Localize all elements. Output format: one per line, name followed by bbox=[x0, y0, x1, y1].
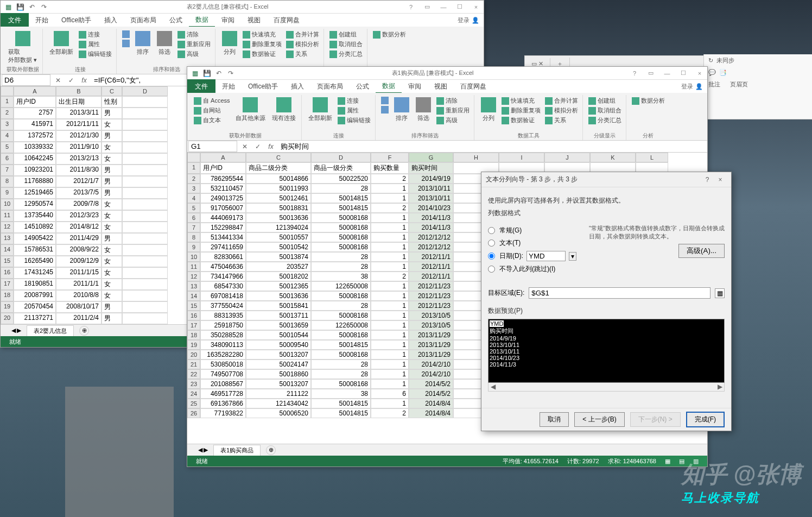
cell[interactable] bbox=[122, 267, 168, 279]
cell[interactable]: 2014/11/3 bbox=[409, 223, 453, 232]
cell[interactable]: 532110457 bbox=[200, 184, 246, 193]
row-header[interactable]: 6 bbox=[1, 153, 14, 165]
sort-button[interactable]: 排序 bbox=[392, 96, 411, 125]
cell[interactable]: 男 bbox=[101, 313, 122, 324]
cell[interactable]: 2008/9/22 bbox=[56, 244, 101, 256]
whatif-button[interactable]: 模拟分析 bbox=[285, 40, 320, 49]
row-header[interactable]: 24 bbox=[187, 389, 200, 399]
row-header[interactable]: 12 bbox=[187, 272, 200, 281]
cell[interactable]: 50022520 bbox=[311, 174, 371, 184]
cell[interactable]: 2012/1/7 bbox=[56, 176, 101, 187]
row-header[interactable]: 13 bbox=[187, 281, 200, 291]
cell[interactable]: 50008168 bbox=[311, 232, 371, 242]
minimize-button[interactable]: — bbox=[659, 68, 675, 79]
cell[interactable]: 2013/10/11 bbox=[409, 193, 453, 203]
flash-fill-button[interactable]: 快速填充 bbox=[242, 30, 283, 39]
row-header[interactable]: 12 bbox=[1, 222, 14, 233]
cell[interactable]: 2 bbox=[371, 203, 409, 213]
cell[interactable]: 女 bbox=[101, 279, 122, 290]
cell[interactable]: 14905422 bbox=[14, 233, 56, 244]
connections-button[interactable]: 连接 bbox=[337, 96, 372, 105]
col-header[interactable]: L bbox=[636, 153, 668, 162]
cell[interactable]: 21137271 bbox=[14, 313, 56, 324]
cell[interactable]: 男 bbox=[101, 165, 122, 176]
consolidate-button[interactable]: 合并计算 bbox=[544, 96, 579, 105]
cell[interactable]: 男 bbox=[101, 130, 122, 142]
cell[interactable]: 2014/5/2 bbox=[409, 379, 453, 389]
minimize-button[interactable]: — bbox=[436, 2, 451, 12]
cell[interactable]: 20570454 bbox=[14, 301, 56, 313]
cell[interactable]: 1 bbox=[371, 330, 409, 340]
cell[interactable]: 249013725 bbox=[200, 193, 246, 203]
cell[interactable] bbox=[122, 256, 168, 267]
cell[interactable]: 2010/8/8 bbox=[56, 290, 101, 301]
from-text-button[interactable]: 自文本 bbox=[193, 116, 231, 125]
cell[interactable]: 商品一级分类 bbox=[311, 162, 371, 174]
cell[interactable]: 734147966 bbox=[200, 272, 246, 281]
cell[interactable]: 2012/11/23 bbox=[409, 291, 453, 301]
row-header[interactable]: 18 bbox=[1, 290, 14, 301]
cell[interactable]: 122650008 bbox=[311, 320, 371, 330]
cell[interactable]: 18190851 bbox=[14, 279, 56, 290]
sheet-tab[interactable]: 表1购买商品 bbox=[213, 445, 261, 456]
cell[interactable]: 1 bbox=[371, 311, 409, 320]
row-header[interactable]: 1 bbox=[187, 162, 200, 174]
cell[interactable]: 女 bbox=[101, 222, 122, 233]
col-header[interactable]: C bbox=[246, 153, 311, 162]
ribbon-options-button[interactable]: ▭ bbox=[420, 2, 435, 12]
cell[interactable]: 男 bbox=[101, 233, 122, 244]
row-header[interactable]: 16 bbox=[1, 267, 14, 279]
cell[interactable]: 2013/11/29 bbox=[409, 350, 453, 360]
clear-button[interactable]: 清除 bbox=[435, 96, 471, 105]
cell[interactable]: 50018202 bbox=[246, 272, 311, 281]
ungroup-button[interactable]: 取消组合 bbox=[587, 106, 623, 115]
cell[interactable]: 50012365 bbox=[246, 281, 311, 291]
row-header[interactable]: 7 bbox=[1, 165, 14, 176]
close-button[interactable]: × bbox=[692, 68, 707, 79]
view-normal-icon[interactable]: ▦ bbox=[661, 458, 675, 465]
undo-icon[interactable]: ↶ bbox=[213, 68, 224, 79]
cell[interactable]: 男 bbox=[101, 108, 122, 119]
cell[interactable]: 1 bbox=[371, 369, 409, 379]
text-to-columns-button[interactable]: 分列 bbox=[220, 30, 239, 59]
filter-button[interactable]: 筛选 bbox=[414, 96, 433, 125]
row-header[interactable]: 18 bbox=[187, 330, 200, 340]
cell[interactable]: 50013636 bbox=[246, 291, 311, 301]
cell[interactable]: 女 bbox=[101, 267, 122, 279]
cell[interactable]: 2757 bbox=[14, 108, 56, 119]
tab-view[interactable]: 视图 bbox=[428, 80, 454, 93]
cell[interactable]: 1 bbox=[371, 184, 409, 193]
cell[interactable]: 50013207 bbox=[246, 350, 311, 360]
group-button[interactable]: 创建组 bbox=[328, 30, 364, 39]
chevron-down-icon[interactable]: ▾ bbox=[569, 252, 576, 261]
cell[interactable]: 50013874 bbox=[246, 252, 311, 262]
cell[interactable]: 203527 bbox=[246, 262, 311, 272]
cell[interactable]: 2014/10/23 bbox=[409, 203, 453, 213]
sheet-nav-prev[interactable]: ◀ bbox=[198, 446, 202, 453]
cell[interactable] bbox=[122, 130, 168, 142]
sort-asc-button[interactable] bbox=[380, 96, 390, 105]
sort-asc-button[interactable] bbox=[121, 30, 131, 39]
fx-icon[interactable]: fx bbox=[78, 77, 91, 84]
tab-formulas[interactable]: 公式 bbox=[163, 14, 189, 27]
advanced-button[interactable]: 高级(A)... bbox=[678, 244, 725, 258]
tab-office-helper[interactable]: Office助手 bbox=[55, 14, 98, 27]
cell[interactable]: 2014/11/3 bbox=[409, 213, 453, 223]
cell[interactable]: 28 bbox=[311, 252, 371, 262]
cell[interactable]: 2013/10/5 bbox=[409, 311, 453, 320]
cell[interactable]: 2014/8/12 bbox=[56, 222, 101, 233]
redo-icon[interactable]: ↷ bbox=[225, 68, 236, 79]
tab-page-layout[interactable]: 页面布局 bbox=[124, 14, 163, 27]
cell[interactable]: 1635282280 bbox=[200, 350, 246, 360]
cell[interactable]: 50014866 bbox=[246, 174, 311, 184]
cell[interactable]: 11768880 bbox=[14, 176, 56, 187]
group-button[interactable]: 创建组 bbox=[587, 96, 623, 105]
cell[interactable]: 2011/2/4 bbox=[56, 313, 101, 324]
sheet-nav-prev[interactable]: ◀ bbox=[11, 327, 16, 334]
cell[interactable] bbox=[122, 244, 168, 256]
from-other-button[interactable]: 自其他来源 bbox=[233, 96, 268, 125]
cancel-formula-icon[interactable]: ✕ bbox=[238, 143, 251, 150]
cell[interactable]: 2013/11/29 bbox=[409, 330, 453, 340]
cell[interactable]: 68547330 bbox=[200, 281, 246, 291]
cell[interactable]: 50013636 bbox=[246, 213, 311, 223]
